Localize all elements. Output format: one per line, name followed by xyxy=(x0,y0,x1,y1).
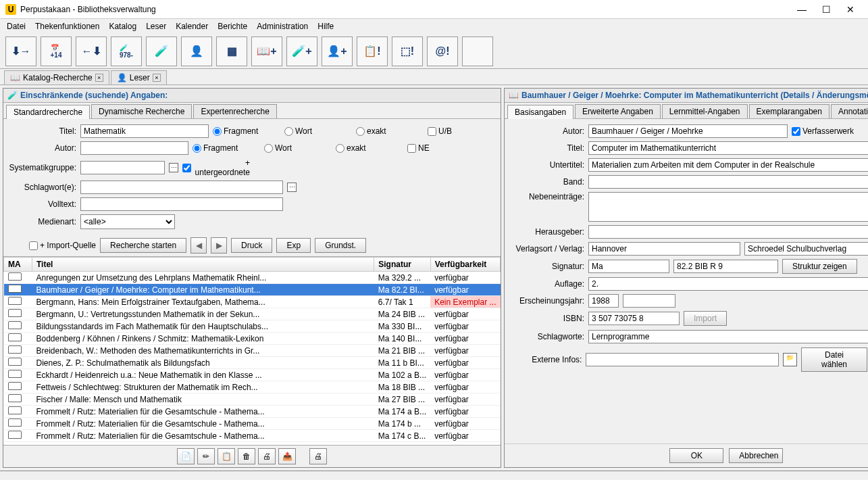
menu-kalender[interactable]: Kalender xyxy=(172,20,212,32)
delete-icon[interactable]: 🗑 xyxy=(238,448,255,464)
untergeordnete-checkbox[interactable]: + untergeordnete xyxy=(182,158,250,177)
tab-close-icon[interactable]: × xyxy=(153,74,161,82)
volltext-input[interactable] xyxy=(80,197,283,211)
sysgruppe-input[interactable] xyxy=(80,161,165,174)
toolbar-add-copy-icon[interactable]: 🧪+ xyxy=(286,37,317,66)
verfasserwerk-checkbox[interactable]: Verfasserwerk xyxy=(792,126,866,136)
subtab-lernmittel[interactable]: Lernmittel-Angaben xyxy=(662,104,748,118)
autor-exakt-radio[interactable]: exakt xyxy=(336,143,403,153)
recherche-starten-button[interactable]: Recherche starten xyxy=(100,238,186,253)
nebeneintraege-input[interactable] xyxy=(588,192,868,222)
toolbar-isbn-icon[interactable]: 🧪978- xyxy=(111,37,142,66)
autor-input[interactable] xyxy=(588,124,788,138)
tab-katalog-recherche[interactable]: 📖 Katalog-Recherche × xyxy=(4,70,109,85)
results-table[interactable]: MA Titel Signatur Verfügbarkeit Anregung… xyxy=(3,256,501,445)
table-row[interactable]: Boddenberg / Köhnen / Rinkens / Schmitz:… xyxy=(4,333,501,345)
import-quelle-checkbox[interactable]: + Import-Quelle xyxy=(29,241,96,250)
exp-button[interactable]: Exp xyxy=(276,238,311,253)
table-row[interactable]: Baumhauer / Geiger / Moehrke: Computer i… xyxy=(4,284,501,296)
export-icon[interactable]: 📤 xyxy=(278,448,296,464)
toolbar-reader-icon[interactable]: 👤 xyxy=(181,37,212,66)
table-row[interactable]: Fettweis / Schlechtweg: Strukturen der M… xyxy=(4,381,501,393)
col-titel[interactable]: Titel xyxy=(32,258,374,272)
subtab-basis[interactable]: Basisangaben xyxy=(507,105,573,119)
toolbar-checkout-icon[interactable]: ⬇→ xyxy=(5,37,36,66)
signatur1-input[interactable] xyxy=(588,260,669,273)
subtab-expert[interactable]: Expertenrecherche xyxy=(193,104,276,118)
minimize-button[interactable]: — xyxy=(790,1,814,18)
toolbar-add-reader-icon[interactable]: 👤+ xyxy=(322,37,353,66)
band-input[interactable] xyxy=(588,175,868,189)
toolbar-shelf-icon[interactable]: ▦ xyxy=(216,37,247,66)
toolbar-renew-icon[interactable]: 📅+14 xyxy=(41,37,72,66)
toolbar-notice2-icon[interactable]: ⬚! xyxy=(392,37,423,66)
externe-input[interactable] xyxy=(586,353,779,366)
titel-ub-checkbox[interactable]: U/B xyxy=(428,126,495,136)
menu-administration[interactable]: Administration xyxy=(253,20,312,32)
col-ma[interactable]: MA xyxy=(4,258,32,272)
menu-berichte[interactable]: Berichte xyxy=(213,20,251,32)
table-row[interactable]: Eckhardt / Heidenreich u.a.: Neue Mathem… xyxy=(4,369,501,381)
toolbar-notice1-icon[interactable]: 📋! xyxy=(357,37,388,66)
folder-icon[interactable]: 📁 xyxy=(783,353,797,366)
menu-thekenfunktionen[interactable]: Thekenfunktionen xyxy=(31,20,103,32)
toolbar-empty[interactable] xyxy=(462,37,493,66)
close-button[interactable]: ✕ xyxy=(838,1,863,18)
table-row[interactable]: Bergmann, U.: Vertretungsstunden Mathema… xyxy=(4,308,501,320)
autor-fragment-radio[interactable]: Fragment xyxy=(193,143,260,153)
table-row[interactable]: Dienes, Z. P.: Schulmathematik als Bildu… xyxy=(4,357,501,369)
menu-leser[interactable]: Leser xyxy=(142,20,170,32)
titel-fragment-radio[interactable]: Fragment xyxy=(213,126,280,136)
autor-ne-checkbox[interactable]: NE xyxy=(407,143,475,153)
titel-input[interactable] xyxy=(80,124,209,138)
toolbar-mail-icon[interactable]: @! xyxy=(427,37,458,66)
druck-button[interactable]: Druck xyxy=(231,238,272,253)
signatur2-input[interactable] xyxy=(673,260,778,273)
prev-button[interactable]: ◀ xyxy=(190,237,207,254)
table-row[interactable]: Anregungen zur Umsetzung des Lehrplans M… xyxy=(4,272,501,284)
table-row[interactable]: Breidenbach, W.: Methoden des Mathematik… xyxy=(4,345,501,357)
table-row[interactable]: Bildungsstandards im Fach Mathematik für… xyxy=(4,320,501,333)
toolbar-add-book-icon[interactable]: 📖+ xyxy=(251,37,282,66)
auflage-input[interactable] xyxy=(588,277,868,291)
verlag-input[interactable] xyxy=(744,242,868,256)
abbrechen-button[interactable]: Abbrechen xyxy=(729,448,783,463)
datei-waehlen-button[interactable]: Datei wählen xyxy=(801,347,867,372)
table-row[interactable]: Frommelt / Rutz: Materialien für die Ges… xyxy=(4,418,501,430)
titel-input[interactable] xyxy=(588,141,868,155)
sysgruppe-browse-icon[interactable]: ⋯ xyxy=(169,163,178,172)
maximize-button[interactable]: ☐ xyxy=(814,1,838,18)
struktur-zeigen-button[interactable]: Struktur zeigen xyxy=(782,259,857,274)
schlagwort-browse-icon[interactable]: ⋯ xyxy=(287,183,297,192)
next-button[interactable]: ▶ xyxy=(211,237,227,254)
menu-hilfe[interactable]: Hilfe xyxy=(313,20,338,32)
new-icon[interactable]: 📄 xyxy=(177,448,195,464)
subtab-annotation[interactable]: Annotation xyxy=(831,104,868,118)
print2-icon[interactable]: 🖨 xyxy=(309,448,327,464)
subtab-standard[interactable]: Standardrecherche xyxy=(6,105,90,119)
col-signatur[interactable]: Signatur xyxy=(374,258,430,272)
copy-icon[interactable]: 📋 xyxy=(218,448,235,464)
subtab-exemplar[interactable]: Exemplarangaben xyxy=(749,104,829,118)
col-verfuegbarkeit[interactable]: Verfügbarkeit xyxy=(430,258,500,272)
menu-datei[interactable]: Datei xyxy=(3,20,30,32)
titel-wort-radio[interactable]: Wort xyxy=(284,126,352,136)
jahr2-input[interactable] xyxy=(623,294,675,308)
autor-input[interactable] xyxy=(80,141,188,155)
jahr-input[interactable] xyxy=(588,294,619,308)
menu-katalog[interactable]: Katalog xyxy=(105,20,141,32)
toolbar-checkin-icon[interactable]: ←⬇ xyxy=(76,37,107,66)
edit-icon[interactable]: ✏ xyxy=(197,448,215,464)
table-row[interactable]: Frommelt / Rutz: Materialien für die Ges… xyxy=(4,430,501,442)
medienart-select[interactable]: <alle> xyxy=(80,214,175,229)
isbn-input[interactable] xyxy=(588,312,680,325)
grundst-button[interactable]: Grundst. xyxy=(315,238,366,253)
autor-wort-radio[interactable]: Wort xyxy=(264,143,332,153)
table-row[interactable]: Bergmann, Hans: Mein Erfolgstrainer Text… xyxy=(4,296,501,308)
verlagsort-input[interactable] xyxy=(588,242,740,256)
table-row[interactable]: Fischer / Malle: Mensch und MathematikMa… xyxy=(4,393,501,406)
titel-exakt-radio[interactable]: exakt xyxy=(356,126,424,136)
ok-button[interactable]: OK xyxy=(669,448,723,463)
herausgeber-input[interactable] xyxy=(588,225,868,239)
tab-close-icon[interactable]: × xyxy=(95,74,103,82)
